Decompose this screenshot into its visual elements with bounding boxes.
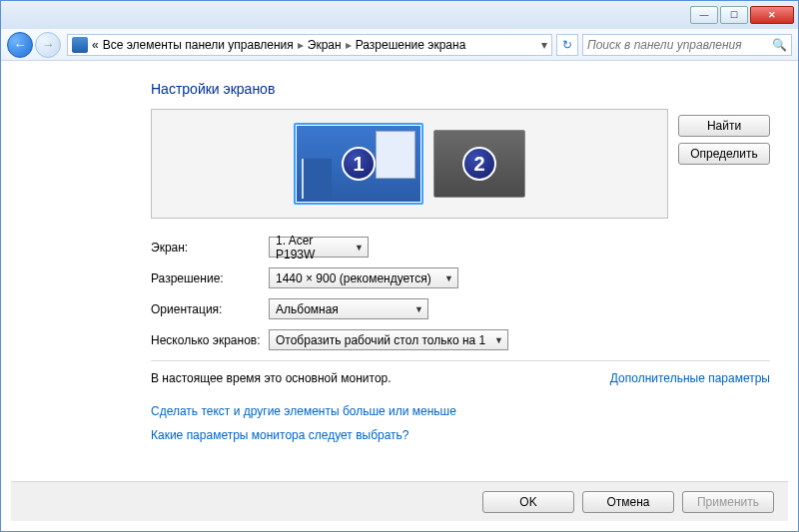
close-button[interactable]: ✕: [750, 6, 794, 24]
select-multi[interactable]: Отобразить рабочий стол только на 1 ▼: [269, 329, 508, 350]
breadcrumb-leaf[interactable]: Разрешение экрана: [356, 38, 466, 52]
select-resolution-value: 1440 × 900 (рекомендуется): [276, 271, 431, 285]
chevron-down-icon: ▼: [414, 304, 423, 314]
chevron-right-icon: ▸: [346, 38, 352, 52]
ok-button[interactable]: OK: [482, 491, 574, 513]
page-title: Настройки экранов: [151, 81, 770, 97]
select-screen-value: 1. Acer P193W: [276, 234, 349, 262]
chevron-down-icon: ▼: [355, 243, 364, 253]
select-orientation-value: Альбомная: [276, 302, 339, 316]
monitor-2-badge: 2: [462, 147, 496, 181]
select-resolution[interactable]: 1440 × 900 (рекомендуется) ▼: [269, 267, 458, 288]
titlebar: — ☐ ✕: [1, 1, 798, 29]
label-orientation: Ориентация:: [151, 302, 269, 316]
apply-button: Применить: [682, 491, 774, 513]
row-multi: Несколько экранов: Отобразить рабочий ст…: [151, 329, 770, 350]
display-arrangement[interactable]: 1 2: [151, 109, 668, 219]
link-list: Сделать текст и другие элементы больше и…: [151, 399, 770, 447]
monitor-2[interactable]: 2: [433, 130, 525, 198]
label-screen: Экран:: [151, 241, 269, 255]
control-panel-icon: [72, 37, 88, 53]
monitor-1[interactable]: 1: [294, 123, 423, 205]
which-settings-link[interactable]: Какие параметры монитора следует выбрать…: [151, 428, 409, 442]
chevron-down-icon: ▼: [444, 273, 453, 283]
breadcrumb-mid[interactable]: Экран: [308, 38, 342, 52]
cancel-button[interactable]: Отмена: [582, 491, 674, 513]
chevron-right-icon: ▸: [298, 38, 304, 52]
row-orientation: Ориентация: Альбомная ▼: [151, 298, 770, 319]
breadcrumb[interactable]: « Все элементы панели управления ▸ Экран…: [67, 34, 552, 56]
chevron-down-icon[interactable]: ▾: [541, 38, 547, 52]
label-multi: Несколько экранов:: [151, 333, 269, 347]
refresh-button[interactable]: ↻: [556, 34, 578, 56]
select-multi-value: Отобразить рабочий стол только на 1: [276, 333, 485, 347]
search-icon[interactable]: 🔍: [772, 38, 787, 52]
find-button[interactable]: Найти: [678, 115, 770, 137]
divider: [151, 360, 770, 361]
advanced-settings-link[interactable]: Дополнительные параметры: [610, 371, 770, 385]
select-screen[interactable]: 1. Acer P193W ▼: [269, 237, 369, 258]
chevron-down-icon: ▼: [494, 335, 503, 345]
breadcrumb-prefix: «: [92, 38, 99, 52]
monitor-1-badge: 1: [342, 147, 376, 181]
text-size-link[interactable]: Сделать текст и другие элементы больше и…: [151, 404, 456, 418]
minimize-button[interactable]: —: [690, 6, 718, 24]
status-row: В настоящее время это основной монитор. …: [151, 371, 770, 385]
display-preview-row: 1 2 Найти Определить: [151, 109, 770, 219]
maximize-button[interactable]: ☐: [720, 6, 748, 24]
row-resolution: Разрешение: 1440 × 900 (рекомендуется) ▼: [151, 267, 770, 288]
primary-monitor-status: В настоящее время это основной монитор.: [151, 371, 392, 385]
identify-button[interactable]: Определить: [678, 143, 770, 165]
search-box[interactable]: 🔍: [582, 34, 792, 56]
window: — ☐ ✕ ← → « Все элементы панели управлен…: [0, 0, 799, 532]
bottom-bar: OK Отмена Применить: [11, 481, 788, 521]
breadcrumb-root[interactable]: Все элементы панели управления: [103, 38, 294, 52]
content: Настройки экранов 1 2 Найти Определить Э…: [1, 61, 798, 447]
preview-side-buttons: Найти Определить: [678, 109, 770, 165]
select-orientation[interactable]: Альбомная ▼: [269, 298, 428, 319]
label-resolution: Разрешение:: [151, 271, 269, 285]
row-screen: Экран: 1. Acer P193W ▼: [151, 237, 770, 258]
back-button[interactable]: ←: [7, 32, 33, 58]
navbar: ← → « Все элементы панели управления ▸ Э…: [1, 29, 798, 61]
forward-button[interactable]: →: [35, 32, 61, 58]
search-input[interactable]: [587, 38, 772, 52]
